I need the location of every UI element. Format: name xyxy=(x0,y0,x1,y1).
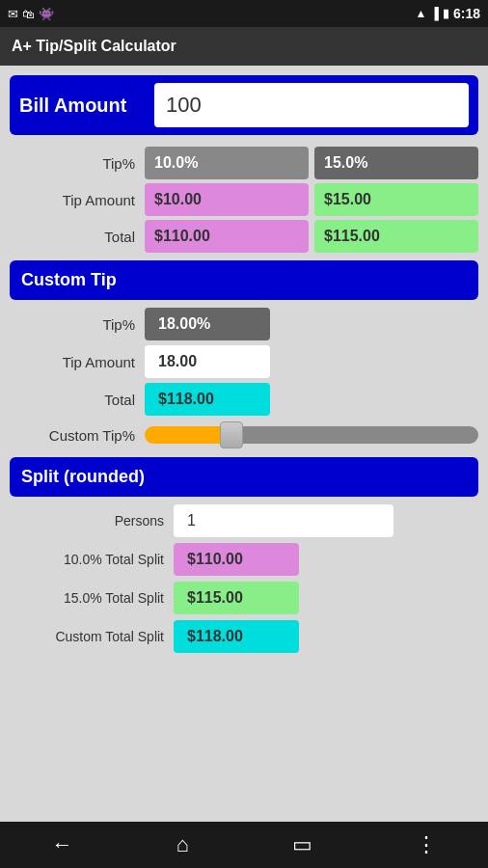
status-icons-right: ▲ ▐ ▮ 6:18 xyxy=(416,6,480,21)
split-header: Split (rounded) xyxy=(10,457,478,497)
tip-amount-row: Tip Amount $10.00 $15.00 xyxy=(10,183,478,216)
slider-row: Custom Tip% xyxy=(10,420,478,449)
slider-label: Custom Tip% xyxy=(10,427,145,444)
battery-icon: ▮ xyxy=(443,7,449,20)
custom-tip-percent-value: 18.00% xyxy=(145,308,270,340)
custom-tip-percent-label: Tip% xyxy=(10,316,145,333)
tip-amount-15-cell: $15.00 xyxy=(314,183,478,216)
split-custom-row: Custom Total Split $118.00 xyxy=(10,620,478,653)
custom-tip-title: Custom Tip xyxy=(21,270,117,289)
custom-tip-amount-row: Tip Amount 18.00 xyxy=(10,345,478,378)
tip-amount-10-cell: $10.00 xyxy=(145,183,309,216)
persons-input[interactable] xyxy=(174,504,393,537)
game-icon: 👾 xyxy=(39,7,54,21)
custom-total-value: $118.00 xyxy=(145,383,270,416)
split-10-label: 10.0% Total Split xyxy=(10,552,174,567)
total-row: Total $110.00 $115.00 xyxy=(10,220,478,253)
tip-header-row: Tip% 10.0% 15.0% xyxy=(10,147,478,179)
slider-thumb[interactable] xyxy=(220,421,243,448)
tip-amount-label: Tip Amount xyxy=(10,192,145,208)
total-15-cell: $115.00 xyxy=(314,220,478,253)
tip-percent-10: 10.0% xyxy=(145,147,309,179)
slider-container xyxy=(145,420,478,449)
recent-button[interactable]: ▭ xyxy=(277,825,328,865)
tip-percent-label: Tip% xyxy=(10,155,145,172)
more-button[interactable]: ⋮ xyxy=(400,825,452,865)
custom-total-row: Total $118.00 xyxy=(10,383,478,416)
custom-tip-amount-label: Tip Amount xyxy=(10,354,145,370)
back-button[interactable]: ← xyxy=(36,825,88,865)
bill-amount-label: Bill Amount xyxy=(19,95,145,117)
total-label: Total xyxy=(10,229,145,245)
persons-row: Persons xyxy=(10,504,478,537)
bill-amount-row: Bill Amount xyxy=(10,75,478,135)
time-display: 6:18 xyxy=(453,6,480,21)
custom-tip-header: Custom Tip xyxy=(10,260,478,300)
persons-label: Persons xyxy=(10,513,174,529)
bottom-nav: ← ⌂ ▭ ⋮ xyxy=(0,822,488,868)
home-button[interactable]: ⌂ xyxy=(160,825,203,865)
split-15-value: $115.00 xyxy=(174,582,299,614)
status-icons-left: ✉ 🛍 👾 xyxy=(8,7,54,21)
tip-percent-15: 15.0% xyxy=(314,147,478,179)
split-15-label: 15.0% Total Split xyxy=(10,590,174,606)
custom-tip-amount-value: 18.00 xyxy=(145,345,270,378)
split-custom-value: $118.00 xyxy=(174,620,299,653)
split-10-row: 10.0% Total Split $110.00 xyxy=(10,543,478,576)
split-custom-label: Custom Total Split xyxy=(10,629,174,644)
custom-total-label: Total xyxy=(10,392,145,408)
gmail-icon: ✉ xyxy=(8,7,18,21)
split-10-value: $110.00 xyxy=(174,543,299,576)
title-bar: A+ Tip/Split Calculator xyxy=(0,27,488,66)
total-10-cell: $110.00 xyxy=(145,220,309,253)
slider-track xyxy=(145,426,478,444)
split-15-row: 15.0% Total Split $115.00 xyxy=(10,582,478,614)
split-title: Split (rounded) xyxy=(21,467,145,486)
bill-amount-input[interactable] xyxy=(154,83,469,127)
status-bar: ✉ 🛍 👾 ▲ ▐ ▮ 6:18 xyxy=(0,0,488,27)
custom-tip-percent-row: Tip% 18.00% xyxy=(10,308,478,340)
wifi-icon: ▲ xyxy=(416,7,427,20)
app-title: A+ Tip/Split Calculator xyxy=(12,38,176,55)
main-content: Bill Amount Tip% 10.0% 15.0% Tip Amount … xyxy=(0,66,488,822)
tip-table: Tip% 10.0% 15.0% Tip Amount $10.00 $15.0… xyxy=(10,147,478,253)
signal-icon: ▐ xyxy=(430,7,439,20)
shopping-icon: 🛍 xyxy=(22,7,35,21)
